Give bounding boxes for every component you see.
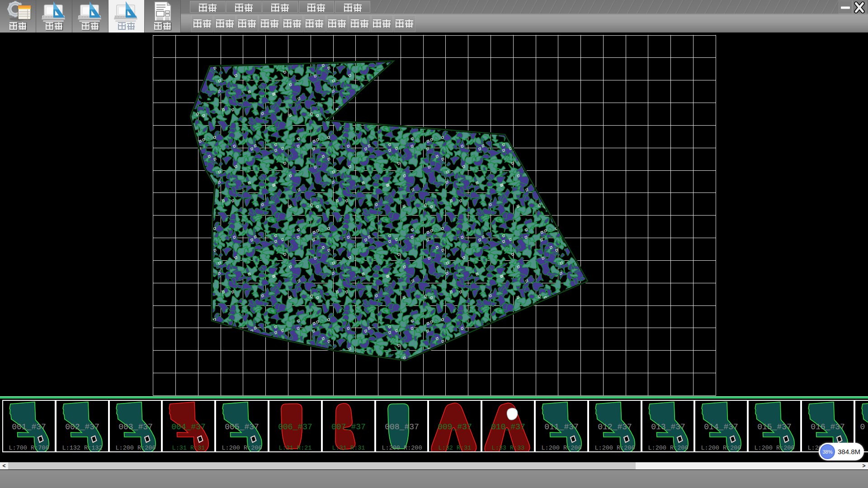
svg-text:009_#37: 009_#37 [438, 422, 472, 432]
svg-text:L:31 R:31: L:31 R:31 [332, 445, 365, 451]
svg-text:L:32 R:31: L:32 R:31 [439, 445, 472, 451]
svg-text:L:200 R:200: L:200 R:200 [382, 445, 422, 451]
svg-text:010_#37: 010_#37 [491, 422, 525, 432]
svg-text:L:21 R:21: L:21 R:21 [279, 445, 312, 451]
svg-text:003_#37: 003_#37 [118, 422, 153, 432]
svg-text:002_#37: 002_#37 [65, 422, 99, 432]
svg-text:L:33 R:33: L:33 R:33 [492, 445, 525, 451]
svg-text:004_#37: 004_#37 [172, 422, 206, 432]
svg-text:L:200 R:200: L:200 R:200 [115, 445, 156, 451]
svg-text:001_#37: 001_#37 [12, 422, 46, 432]
svg-text:007_#37: 007_#37 [331, 422, 366, 432]
svg-text:L:200 R:200: L:200 R:200 [594, 445, 635, 451]
svg-text:013_#37: 013_#37 [651, 422, 685, 432]
svg-text:006_#37: 006_#37 [278, 422, 312, 432]
svg-text:L:700 R:700: L:700 R:700 [9, 445, 49, 451]
svg-text:L:200 R:200: L:200 R:200 [701, 445, 741, 451]
svg-text:016_#37: 016_#37 [811, 422, 845, 432]
svg-text:011_#37: 011_#37 [544, 422, 579, 432]
svg-text:014_#37: 014_#37 [704, 422, 739, 432]
svg-text:015_#37: 015_#37 [757, 422, 792, 432]
svg-text:L:200 R:200: L:200 R:200 [222, 445, 262, 451]
svg-text:012_#37: 012_#37 [598, 422, 632, 432]
svg-text:0: 0 [860, 422, 865, 432]
svg-text:L:31 R:31: L:31 R:31 [172, 445, 205, 451]
svg-text:L:200 R:200: L:200 R:200 [648, 445, 688, 451]
svg-text:008_#37: 008_#37 [385, 422, 419, 432]
svg-text:L:132 R:132: L:132 R:132 [62, 445, 102, 451]
svg-text:L:200 R:200: L:200 R:200 [541, 445, 581, 451]
svg-text:005_#37: 005_#37 [225, 422, 259, 432]
svg-text:L:200 R:200: L:200 R:200 [755, 445, 795, 451]
